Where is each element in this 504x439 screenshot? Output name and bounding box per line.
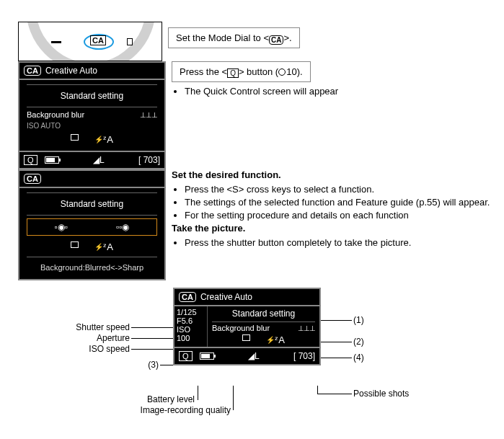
- q-button-icon: Q: [179, 351, 193, 361]
- step3-heading: Set the desired function.: [172, 169, 497, 180]
- label-3: (3): [22, 360, 159, 370]
- timer-icon: [278, 68, 286, 76]
- aperture-value: F5.6: [177, 316, 205, 325]
- battery-icon: [45, 156, 59, 164]
- label-iso: ISO speed: [22, 344, 130, 354]
- flash-auto-icon: ᶻA: [266, 334, 285, 345]
- ca-badge: CA: [24, 174, 41, 184]
- step2-instruction: Press the <Q> button (10).: [172, 61, 311, 82]
- thumb-icon: ▫▫◉: [116, 222, 130, 232]
- label-shots: Possible shots: [353, 389, 409, 399]
- slider-icon: ⊥⊥⊥: [140, 111, 157, 119]
- labeled-diagram: Shutter speed Aperture ISO speed (3) Bat…: [22, 288, 483, 425]
- dial-ca-label: CA: [90, 35, 106, 45]
- label-quality: Image-recording quality: [22, 405, 231, 415]
- quality-label: ◢L: [66, 155, 131, 165]
- q-icon: Q: [227, 68, 239, 78]
- standard-setting: Standard setting: [19, 87, 164, 105]
- camera-screen-3: CA Creative Auto 1/125 F5.6 ISO 100 Stan…: [173, 288, 321, 365]
- camera-screen-2: CA Standard setting ▫◉▫ ▫▫◉ ᶻA Backgroun…: [18, 169, 166, 280]
- hint-text: Background:Blurred<->Sharp: [19, 259, 164, 276]
- step2-bullet: The Quick Control screen will appear: [185, 85, 504, 98]
- standard-setting: Standard setting: [208, 306, 319, 321]
- drive-mode-icon: [71, 241, 79, 248]
- flash-auto-icon: ᶻA: [94, 241, 113, 252]
- ca-badge: CA: [179, 292, 196, 302]
- label-1: (1): [353, 315, 364, 325]
- step4-heading: Take the picture.: [172, 223, 497, 234]
- iso-auto-label: ISO AUTO: [27, 122, 61, 130]
- shutter-value: 1/125: [177, 308, 205, 316]
- drive-mode-icon: [242, 334, 250, 341]
- shots-remaining: [ 703]: [138, 155, 160, 165]
- label-aperture: Aperture: [22, 333, 130, 343]
- label-2: (2): [353, 337, 364, 347]
- bg-blur-label: Background blur: [27, 110, 84, 119]
- label-shutter: Shutter speed: [22, 322, 130, 332]
- quality-label: ◢L: [221, 351, 286, 361]
- active-slider: ▫◉▫ ▫▫◉: [27, 218, 157, 236]
- drive-mode-icon: [71, 134, 79, 141]
- step3-bullet: For the setting procedure and details on…: [185, 209, 497, 222]
- ca-badge: CA: [24, 66, 41, 76]
- screen-title: Creative Auto: [45, 66, 97, 76]
- step4-bullet: Press the shutter button completely to t…: [185, 236, 497, 249]
- battery-icon: [200, 352, 214, 360]
- shots-remaining: [ 703]: [293, 351, 315, 361]
- step1-instruction: Set the Mode Dial to <CA>.: [168, 27, 300, 48]
- step3-bullet: The settings of the selected function an…: [185, 196, 497, 209]
- camera-screen-1: CA Creative Auto Standard setting Backgr…: [18, 61, 166, 169]
- slider-icon: ⊥⊥⊥: [298, 324, 315, 332]
- q-button-icon: Q: [24, 155, 37, 165]
- thumb-icon: ▫◉▫: [54, 222, 68, 232]
- ca-icon: CA: [269, 35, 283, 45]
- bg-blur-label: Background blur: [212, 324, 270, 332]
- flash-auto-icon: ᶻA: [94, 134, 113, 145]
- screen-title: Creative Auto: [200, 292, 252, 302]
- step3-bullet: Press the <S> cross keys to select a fun…: [185, 183, 497, 196]
- label-battery: Battery level: [22, 394, 195, 404]
- mode-dial-image: CA: [18, 22, 162, 61]
- label-4: (4): [353, 352, 364, 363]
- iso-value: ISO 100: [177, 325, 205, 342]
- standard-setting: Standard setting: [19, 195, 164, 213]
